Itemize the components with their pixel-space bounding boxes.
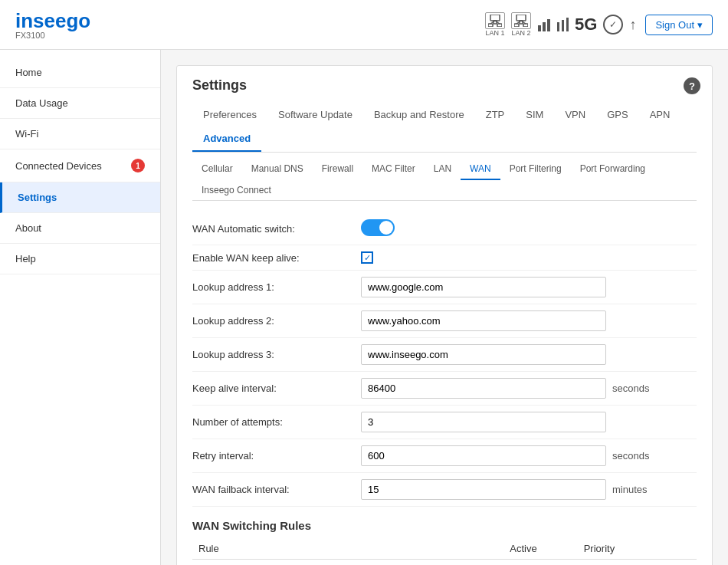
col-priority: Priority: [578, 538, 697, 560]
retry-unit: seconds: [612, 450, 649, 462]
tab-vpn[interactable]: VPN: [554, 103, 596, 126]
keep-alive-interval-input[interactable]: [361, 378, 606, 399]
svg-rect-17: [562, 20, 564, 31]
sign-out-chevron-icon: ▾: [697, 19, 703, 31]
sidebar-help-label: Help: [15, 253, 36, 264]
tab-ztp[interactable]: ZTP: [475, 103, 516, 126]
header: inseego FX3100 LAN 1 LAN 2: [0, 0, 728, 50]
tab-gps[interactable]: GPS: [596, 103, 638, 126]
rule-name-cell: Connectivity Testing: [192, 560, 469, 566]
keep-alive-unit: seconds: [612, 383, 649, 394]
sidebar-item-data-usage[interactable]: Data Usage: [0, 88, 160, 119]
settings-panel: Settings ? Preferences Software Update B…: [176, 65, 713, 565]
sidebar-item-wifi[interactable]: Wi-Fi: [0, 119, 160, 149]
logo-area: inseego FX3100: [15, 9, 107, 40]
tab-mac-filter[interactable]: MAC Filter: [362, 159, 425, 180]
secondary-tabs: Cellular Manual DNS Firewall MAC Filter …: [192, 159, 697, 201]
retry-interval-control: [361, 445, 606, 466]
col-active: Active: [469, 538, 577, 560]
main-content: Settings ? Preferences Software Update B…: [161, 50, 728, 565]
lan2-icon: [511, 12, 531, 29]
lookup-addr-3-label: Lookup address 3:: [192, 349, 361, 360]
wan-auto-switch-control: [361, 219, 606, 238]
svg-rect-1: [490, 15, 500, 21]
rule-active-cell: ✓: [469, 560, 577, 566]
sidebar-connected-devices-label: Connected Devices: [15, 160, 102, 172]
header-right: LAN 1 LAN 2: [485, 12, 713, 37]
svg-rect-3: [488, 24, 493, 27]
tab-port-forwarding[interactable]: Port Forwarding: [571, 159, 654, 180]
wan-failback-unit: minutes: [612, 484, 648, 495]
tab-sim[interactable]: SIM: [515, 103, 554, 126]
lookup-addr-3-control: [361, 344, 606, 365]
lookup-addr-1-control: [361, 277, 606, 297]
lookup-addr-3-input[interactable]: [361, 344, 606, 365]
tab-port-filtering[interactable]: Port Filtering: [500, 159, 571, 180]
tab-wan[interactable]: WAN: [461, 159, 500, 180]
lan2-icon-group: LAN 2: [511, 12, 531, 37]
lan1-icon-group: LAN 1: [485, 12, 505, 37]
wan-form: WAN Automatic switch: Enable WAN keep al…: [192, 213, 697, 565]
wan-keep-alive-checkbox[interactable]: ✓: [361, 251, 373, 264]
lookup-addr-3-row: Lookup address 3:: [192, 338, 697, 372]
retry-interval-input[interactable]: [361, 445, 606, 466]
rule-priority-cell: 1: [578, 560, 697, 566]
sidebar-wifi-label: Wi-Fi: [15, 128, 38, 140]
num-attempts-control: [361, 412, 606, 432]
status-icons: LAN 1 LAN 2: [485, 12, 636, 37]
svg-rect-14: [543, 22, 546, 31]
wan-keep-alive-row: Enable WAN keep alive: ✓: [192, 245, 697, 271]
svg-rect-15: [547, 19, 550, 31]
keep-alive-interval-row: Keep alive interval: seconds: [192, 372, 697, 406]
lookup-addr-2-input[interactable]: [361, 310, 606, 331]
switching-rules-table: Rule Active Priority Connectivity Testin…: [192, 538, 697, 565]
tab-preferences[interactable]: Preferences: [192, 103, 267, 126]
lookup-addr-2-label: Lookup address 2:: [192, 315, 361, 327]
lookup-addr-1-label: Lookup address 1:: [192, 281, 361, 293]
signal-combined: [537, 18, 569, 31]
sidebar: Home Data Usage Wi-Fi Connected Devices …: [0, 50, 161, 565]
check-icon: ✓: [603, 15, 623, 34]
num-attempts-label: Number of attempts:: [192, 416, 361, 428]
tab-software-update[interactable]: Software Update: [267, 103, 363, 126]
help-icon[interactable]: ?: [684, 77, 700, 94]
arrow-up-icon: ↑: [629, 17, 636, 33]
wan-keep-alive-control: ✓: [361, 251, 606, 264]
tab-manual-dns[interactable]: Manual DNS: [242, 159, 313, 180]
tab-apn[interactable]: APN: [639, 103, 681, 126]
num-attempts-input[interactable]: [361, 412, 606, 432]
lookup-addr-2-row: Lookup address 2:: [192, 304, 697, 338]
col-rule: Rule: [192, 538, 469, 560]
lan1-label: LAN 1: [486, 29, 505, 37]
table-row: Connectivity Testing ✓ 1: [192, 560, 697, 566]
svg-text:inseego: inseego: [15, 9, 90, 32]
signal-icon-group: [537, 18, 569, 31]
page-title: Settings: [192, 77, 697, 94]
tab-inseego-connect[interactable]: Inseego Connect: [192, 180, 280, 200]
sidebar-item-connected-devices[interactable]: Connected Devices 1: [0, 149, 160, 182]
keep-alive-interval-label: Keep alive interval:: [192, 383, 361, 394]
svg-rect-13: [538, 25, 541, 31]
wan-failback-input[interactable]: [361, 479, 606, 500]
sidebar-item-settings[interactable]: Settings: [0, 182, 160, 213]
sidebar-about-label: About: [15, 222, 41, 234]
sidebar-item-about[interactable]: About: [0, 213, 160, 244]
num-attempts-row: Number of attempts:: [192, 406, 697, 439]
tab-firewall[interactable]: Firewall: [313, 159, 362, 180]
retry-interval-label: Retry interval:: [192, 450, 361, 462]
svg-rect-16: [557, 22, 559, 31]
5g-badge: 5G: [575, 15, 597, 34]
sidebar-settings-label: Settings: [18, 192, 57, 203]
tab-advanced[interactable]: Advanced: [192, 126, 261, 152]
tab-lan[interactable]: LAN: [425, 159, 461, 180]
connected-devices-badge: 1: [131, 159, 145, 172]
sidebar-item-help[interactable]: Help: [0, 244, 160, 274]
wan-switching-heading: WAN Switching Rules: [192, 519, 697, 532]
tab-backup-restore[interactable]: Backup and Restore: [363, 103, 475, 126]
sidebar-item-home[interactable]: Home: [0, 57, 160, 88]
lookup-addr-1-input[interactable]: [361, 277, 606, 297]
svg-rect-4: [497, 24, 502, 27]
sign-out-button[interactable]: Sign Out ▾: [645, 15, 713, 35]
tab-cellular[interactable]: Cellular: [192, 159, 242, 180]
wan-auto-switch-toggle[interactable]: [361, 219, 395, 236]
